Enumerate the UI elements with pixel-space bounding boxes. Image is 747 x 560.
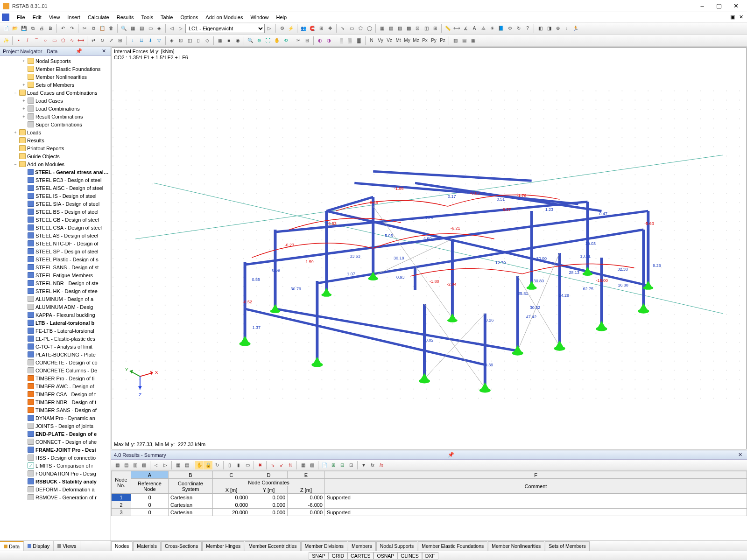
expand-icon[interactable]: + [21,106,26,111]
expand-icon[interactable]: + [21,98,26,103]
table-row[interactable]: 30Cartesian20.0000.0000.000Supported [112,509,747,516]
col-c[interactable]: C [213,471,250,479]
menu-results[interactable]: Results [113,14,138,21]
tree-item[interactable]: TIMBER Pro - Design of ti [0,374,111,382]
tb2-my-icon[interactable]: My [403,36,411,45]
tb-next2-icon[interactable]: ▷ [265,24,274,33]
rtb-6-icon[interactable]: ▷ [161,461,169,469]
tree-item[interactable]: Printout Reports [0,144,111,152]
menu-calculate[interactable]: Calculate [84,14,113,21]
col-coord-sys[interactable]: Coordinate System [169,479,213,494]
col-a[interactable]: A [131,471,169,479]
col-ref-node[interactable]: Reference Node [131,479,169,494]
bottom-tab-members[interactable]: Members [348,541,376,551]
tb2-mirror-icon[interactable]: ⇄ [89,36,98,45]
rtb-arrow2-icon[interactable]: ↙ [277,461,286,469]
tb2-solid-icon[interactable]: ■ [225,36,233,45]
tree-item[interactable]: STEEL SIA - Design of steel [0,200,111,208]
tree-item[interactable]: −Add-on Modules [0,160,111,168]
model-viewport[interactable]: Internal Forces M-y: [kNm] CO2 : 1.35*LF… [112,47,747,449]
tb2-wire-icon[interactable]: ▦ [216,36,224,45]
tree-item[interactable]: ✓LIMITS - Comparison of r [0,462,111,469]
navigator-tree[interactable]: +Nodal SupportsMember Elastic Foundation… [0,56,111,540]
status-grid[interactable]: GRID [329,552,347,560]
tb-paste-icon[interactable]: 📋 [98,24,106,33]
tb2-vy-icon[interactable]: Vy [376,36,385,45]
rtb-col1-icon[interactable]: ▯ [226,461,234,469]
tb-fence-icon[interactable]: ⊞ [317,24,325,33]
tree-item[interactable]: STEEL Fatigue Members - [0,271,111,279]
tb2-hatch1-icon[interactable]: ░ [337,36,345,45]
tb2-view-persp-icon[interactable]: ◇ [203,36,211,45]
tb2-px-icon[interactable]: Px [421,36,429,45]
rtb-fx2-icon[interactable]: fx [377,461,386,469]
cell[interactable]: Supported [325,494,747,501]
expand-icon[interactable]: − [13,91,18,95]
tree-item[interactable]: RSMOVE - Generation of r [0,493,111,501]
col-b[interactable]: B [169,471,213,479]
tb-show6-icon[interactable]: ◫ [422,24,430,33]
bottom-tab-member-divisions[interactable]: Member Divisions [301,541,347,551]
rtb-lock-icon[interactable]: 🔒 [204,461,212,469]
cell[interactable]: 0.000 [288,494,325,501]
tree-item[interactable]: LTB - Lateral-torsional b [0,319,111,327]
col-d[interactable]: D [250,471,288,479]
col-y[interactable]: Y [m] [250,486,288,494]
tb2-section-icon[interactable]: ⊟ [303,36,311,45]
tb-show5-icon[interactable]: ⊡ [413,24,422,33]
tb2-view-front-icon[interactable]: ◫ [185,36,194,45]
tb-select-icon[interactable]: ▭ [347,24,356,33]
tb2-py-icon[interactable]: Py [430,36,438,45]
tb2-hatch3-icon[interactable]: ▓ [355,36,363,45]
tree-item[interactable]: Super Combinations [0,120,111,128]
rtb-4-icon[interactable]: ▧ [140,461,148,469]
tree-item[interactable]: ALUMINUM - Design of a [0,295,111,303]
tree-item[interactable]: STEEL SP - Design of steel [0,247,111,255]
cell[interactable]: 0 [131,501,169,509]
cell[interactable]: Cartesian [169,501,213,509]
tb2-spline-icon[interactable]: ∿ [68,36,76,45]
app-menu-icon[interactable] [2,14,9,21]
cell[interactable]: 20.000 [213,509,250,516]
tb-cut-icon[interactable]: ✂ [80,24,89,33]
load-case-select[interactable]: LC1 - Eigengewicht [185,24,265,33]
rtb-hand-icon[interactable]: ✋ [195,461,204,469]
mdi-minimize-button[interactable]: – [720,13,728,21]
rtb-grid1-icon[interactable]: ▦ [299,461,307,469]
tree-item[interactable]: CONNECT - Design of she [0,438,111,446]
tree-item[interactable]: Member Elastic Foundations [0,65,111,73]
tb2-zoom-fit-icon[interactable]: ⛶ [264,36,272,45]
row-header[interactable]: 1 [112,494,131,501]
tb2-arc-icon[interactable]: ⌒ [32,36,41,45]
menu-edit[interactable]: Edit [29,14,45,21]
tree-item[interactable]: STEEL SANS - Design of st [0,263,111,271]
tree-item[interactable]: CONCRETE - Design of co [0,358,111,366]
table-row[interactable]: 20Cartesian0.0000.000-6.000 [112,501,747,509]
tb2-pz-icon[interactable]: Pz [438,36,447,45]
row-header[interactable]: 2 [112,501,131,509]
tree-item[interactable]: STEEL AS - Design of steel [0,231,111,239]
tb2-poly-icon[interactable]: ⬠ [59,36,67,45]
tb2-load2-icon[interactable]: ⇊ [137,36,146,45]
tree-item[interactable]: DEFORM - Deformation a [0,485,111,493]
mdi-close-button[interactable]: ✕ [737,13,745,21]
tree-item[interactable]: STEEL HK - Design of stee [0,287,111,295]
tb2-disp1-icon[interactable]: ▥ [451,36,459,45]
menu-file[interactable]: File [13,14,29,21]
tb2-res2-icon[interactable]: ◑ [324,36,333,45]
tree-item[interactable]: STEEL IS - Design of steel [0,192,111,200]
cell[interactable]: Cartesian [169,509,213,516]
bottom-tab-member-hinges[interactable]: Member Hinges [202,541,244,551]
tree-item[interactable]: HSS - Design of connectio [0,454,111,462]
col-comment[interactable]: Comment [325,479,747,494]
tb-show2-icon[interactable]: ▧ [387,24,395,33]
rtb-fx-icon[interactable]: fx [368,461,377,469]
col-x[interactable]: X [m] [213,486,250,494]
tb-print-icon[interactable]: 🖨 [37,24,46,33]
tb2-view-top-icon[interactable]: ⊡ [176,36,185,45]
maximize-button[interactable]: ▢ [711,0,727,12]
tree-item[interactable]: Guide Objects [0,152,111,160]
tb2-node-icon[interactable]: • [14,36,23,45]
tb2-rotate-icon[interactable]: ↻ [98,36,106,45]
tb2-view-iso-icon[interactable]: ◈ [168,36,176,45]
